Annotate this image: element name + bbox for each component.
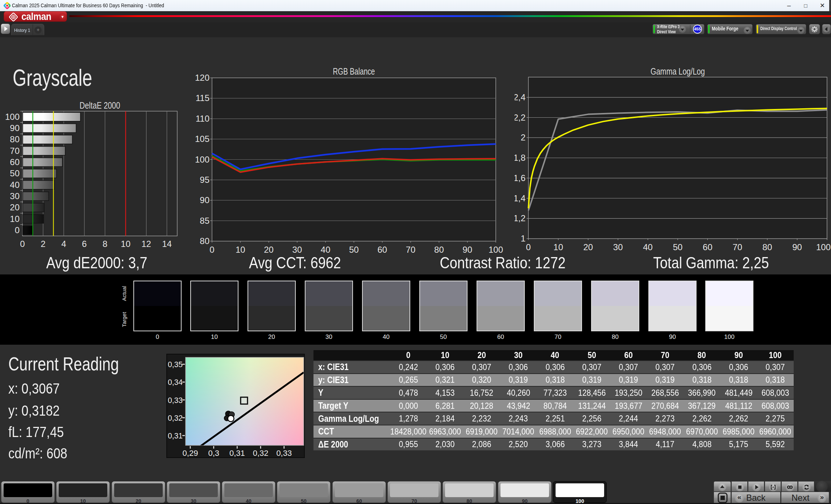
svg-text:30: 30 — [613, 242, 623, 252]
svg-text:105: 105 — [195, 134, 209, 144]
svg-text:4: 4 — [61, 239, 66, 249]
svg-text:1,6: 1,6 — [515, 173, 525, 183]
svg-text:10: 10 — [553, 242, 563, 252]
svg-text:50: 50 — [349, 245, 359, 253]
svg-text:60: 60 — [377, 245, 387, 253]
svg-text:90: 90 — [10, 123, 20, 133]
svg-text:30: 30 — [10, 191, 20, 201]
svg-text:10: 10 — [236, 245, 245, 253]
svg-text:6: 6 — [82, 239, 87, 249]
svg-text:100: 100 — [489, 245, 503, 253]
svg-text:0,33: 0,33 — [276, 449, 292, 457]
svg-text:0,34: 0,34 — [168, 378, 183, 387]
svg-text:20: 20 — [264, 245, 274, 253]
svg-text:80: 80 — [434, 245, 444, 253]
svg-text:1: 1 — [521, 234, 525, 243]
svg-text:2,2: 2,2 — [515, 113, 525, 122]
svg-text:120: 120 — [195, 73, 209, 83]
svg-text:0: 0 — [20, 239, 25, 249]
svg-text:14: 14 — [162, 239, 172, 249]
svg-text:80: 80 — [763, 242, 772, 252]
svg-text:40: 40 — [321, 245, 331, 253]
svg-text:0: 0 — [526, 242, 531, 252]
svg-text:2,4: 2,4 — [515, 92, 525, 102]
svg-text:0,33: 0,33 — [168, 396, 183, 405]
svg-text:100: 100 — [816, 242, 831, 252]
svg-text:2: 2 — [41, 239, 45, 249]
svg-text:0,31: 0,31 — [229, 449, 245, 457]
svg-text:1,2: 1,2 — [515, 213, 525, 223]
svg-text:60: 60 — [703, 242, 712, 252]
svg-text:0,32: 0,32 — [168, 413, 183, 423]
svg-text:Gamma Log/Log: Gamma Log/Log — [651, 66, 705, 76]
svg-text:20: 20 — [10, 202, 20, 212]
svg-text:0: 0 — [209, 245, 214, 253]
svg-text:90: 90 — [792, 242, 802, 252]
svg-text:40: 40 — [10, 180, 20, 190]
svg-text:1,4: 1,4 — [515, 193, 525, 203]
svg-text:RGB Balance: RGB Balance — [333, 66, 375, 76]
svg-text:10: 10 — [10, 214, 20, 224]
svg-text:100: 100 — [5, 112, 20, 122]
svg-text:90: 90 — [200, 195, 209, 205]
svg-text:80: 80 — [200, 236, 209, 246]
svg-text:8: 8 — [103, 239, 107, 249]
svg-text:0: 0 — [15, 225, 20, 235]
svg-text:70: 70 — [732, 242, 742, 252]
svg-text:110: 110 — [196, 114, 209, 123]
svg-text:0,35: 0,35 — [168, 360, 183, 369]
svg-text:70: 70 — [406, 245, 416, 253]
svg-text:30: 30 — [292, 245, 302, 253]
svg-text:85: 85 — [200, 216, 209, 226]
svg-text:0,32: 0,32 — [253, 449, 269, 457]
svg-text:60: 60 — [10, 157, 20, 167]
svg-text:95: 95 — [200, 175, 209, 185]
svg-text:80: 80 — [10, 134, 20, 144]
svg-text:12: 12 — [141, 239, 151, 249]
svg-text:90: 90 — [462, 245, 472, 253]
svg-text:40: 40 — [643, 242, 653, 252]
svg-text:1,8: 1,8 — [515, 153, 525, 163]
svg-text:50: 50 — [673, 242, 683, 252]
svg-text:10: 10 — [121, 239, 130, 249]
svg-text:2: 2 — [521, 133, 525, 142]
svg-text:70: 70 — [10, 146, 20, 156]
svg-text:100: 100 — [195, 155, 209, 164]
svg-text:0,29: 0,29 — [183, 449, 198, 457]
svg-text:0,31: 0,31 — [168, 431, 183, 440]
svg-text:115: 115 — [196, 93, 209, 103]
svg-text:0,3: 0,3 — [208, 449, 219, 457]
svg-text:20: 20 — [583, 242, 593, 252]
svg-text:50: 50 — [10, 168, 20, 178]
svg-text:DeltaE 2000: DeltaE 2000 — [80, 100, 120, 110]
